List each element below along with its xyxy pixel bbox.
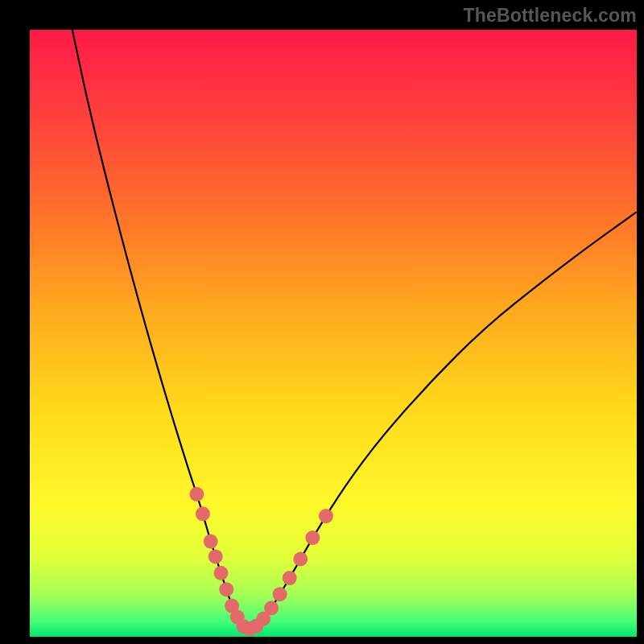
gradient-background xyxy=(30,30,637,637)
curve-marker xyxy=(319,509,333,523)
curve-marker xyxy=(293,551,308,566)
plot-area xyxy=(30,30,637,637)
curve-marker xyxy=(196,506,210,521)
curve-marker xyxy=(305,530,320,545)
curve-marker xyxy=(208,549,223,564)
curve-marker xyxy=(204,535,218,549)
curve-marker xyxy=(214,566,229,580)
curve-marker xyxy=(189,487,204,502)
chart-canvas xyxy=(30,30,637,637)
curve-marker xyxy=(273,587,287,601)
curve-marker xyxy=(219,582,233,597)
curve-marker xyxy=(283,571,297,585)
watermark-text: TheBottleneck.com xyxy=(463,5,637,27)
curve-marker xyxy=(264,601,279,615)
chart-frame: TheBottleneck.com xyxy=(0,0,644,644)
